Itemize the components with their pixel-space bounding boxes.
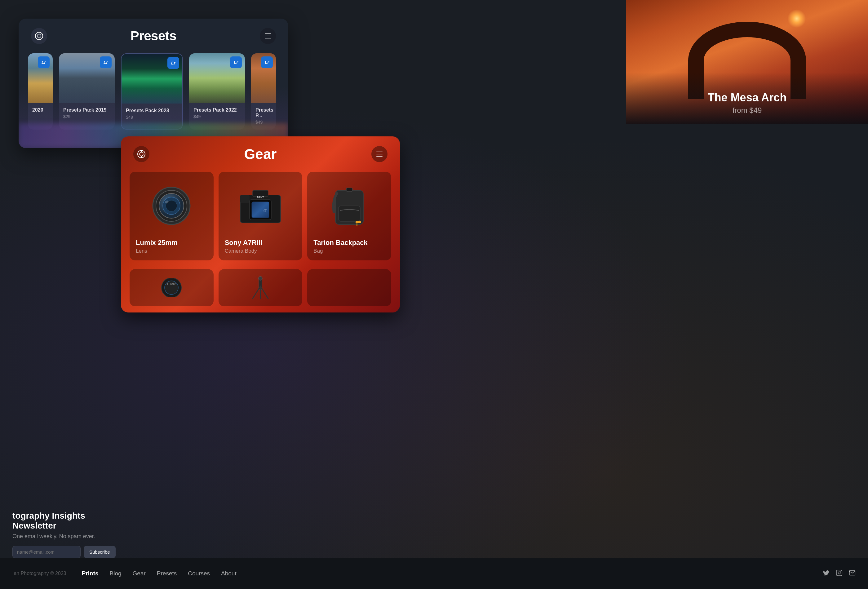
preset-card-price: $49 <box>255 120 272 125</box>
menu-line-1 <box>265 34 271 34</box>
preset-card-image: Lr <box>28 53 53 103</box>
subscribe-button[interactable]: Subscribe <box>84 546 116 558</box>
preset-card-partial-left[interactable]: Lr 2020 <box>28 53 53 130</box>
gear-card-name: Sony A7RIII <box>225 239 296 247</box>
svg-point-39 <box>838 572 840 574</box>
presets-menu-button[interactable] <box>260 28 276 44</box>
preset-card-2022[interactable]: Lr Presets Pack 2022 $49 <box>189 53 245 130</box>
footer-bottom: Ian Photography © 2023 Prints Blog Gear … <box>0 558 868 589</box>
gear-card-lumix[interactable]: Lumix 25mm Lens <box>130 172 214 260</box>
twitter-icon[interactable] <box>823 570 830 578</box>
preset-card-image: Lr <box>59 53 115 103</box>
preset-card-price: $49 <box>126 115 178 120</box>
footer-nav: Prints Blog Gear Presets Courses About <box>82 570 236 577</box>
photo-caption: The Mesa Arch from $49 <box>626 72 868 124</box>
svg-line-34 <box>252 286 260 298</box>
preset-card-partial-right[interactable]: Lr Presets P... $49 <box>251 53 276 130</box>
menu-line-3 <box>376 156 382 156</box>
gear-card-bottom-1[interactable]: LUMIX <box>130 269 214 306</box>
preset-card-image: Lr <box>189 53 245 103</box>
gear-grid: Lumix 25mm Lens SONY <box>121 172 400 269</box>
gear-card-bottom-2[interactable] <box>218 269 303 306</box>
svg-rect-38 <box>836 570 842 575</box>
preset-card-2019[interactable]: Lr Presets Pack 2019 $29 <box>59 53 115 130</box>
menu-line-3 <box>265 38 271 38</box>
gear-card-image: SONY α <box>225 178 296 234</box>
preset-card-2023[interactable]: Lr Presets Pack 2023 $49 <box>121 53 183 130</box>
svg-point-40 <box>840 571 841 572</box>
svg-text:SONY: SONY <box>257 196 264 198</box>
gear-card-bottom-3[interactable] <box>307 269 391 306</box>
menu-line-2 <box>376 154 382 154</box>
preset-card-name: Presets Pack 2019 <box>63 107 110 113</box>
gear-bottom-image <box>225 275 296 300</box>
svg-rect-28 <box>356 221 361 223</box>
footer-nav-prints[interactable]: Prints <box>82 570 99 577</box>
svg-point-1 <box>37 34 41 38</box>
svg-point-37 <box>258 276 262 280</box>
presets-scroll: Lr 2020 Lr Presets Pack 2019 $29 L <box>19 53 288 148</box>
photo-title: The Mesa Arch <box>636 91 859 104</box>
gear-card-image <box>313 178 385 234</box>
gear-header: Gear <box>121 136 400 172</box>
gear-card-tarion[interactable]: Tarion Backpack Bag <box>307 172 391 260</box>
gear-title: Gear <box>244 146 277 162</box>
svg-rect-19 <box>240 195 249 203</box>
gear-bottom-image: LUMIX <box>136 275 207 300</box>
lr-badge: Lr <box>38 56 50 68</box>
gear-card-name: Tarion Backpack <box>313 239 385 247</box>
photo-panel: The Mesa Arch from $49 <box>626 0 868 124</box>
svg-line-35 <box>260 286 268 298</box>
footer-nav-courses[interactable]: Courses <box>188 570 210 577</box>
lr-badge: Lr <box>167 57 179 69</box>
presets-title: Presets <box>130 28 176 43</box>
preset-card-info: Presets Pack 2023 $49 <box>121 103 182 125</box>
gear-panel: Gear <box>121 136 400 313</box>
preset-card-price: $29 <box>63 114 110 119</box>
instagram-icon[interactable] <box>836 570 843 578</box>
preset-card-image: Lr <box>251 53 276 103</box>
gear-card-type: Camera Body <box>225 248 296 254</box>
footer-nav-gear[interactable]: Gear <box>133 570 146 577</box>
svg-text:LUMIX: LUMIX <box>167 283 176 286</box>
svg-rect-27 <box>338 206 360 221</box>
camera-icon: SONY α <box>236 184 285 227</box>
preset-card-info: 2020 <box>28 103 53 119</box>
newsletter-email-input[interactable] <box>12 546 81 558</box>
presets-logo-button[interactable] <box>31 28 47 44</box>
preset-card-info: Presets Pack 2022 $49 <box>189 103 245 124</box>
lr-badge: Lr <box>230 56 242 68</box>
footer-nav-about[interactable]: About <box>221 570 236 577</box>
gear-card-type: Lens <box>136 248 207 254</box>
gear-logo-button[interactable] <box>133 146 149 162</box>
gear-card-sony[interactable]: SONY α Sony A7RIII Camera Body <box>218 172 303 260</box>
lr-badge: Lr <box>261 56 273 68</box>
menu-line-2 <box>265 35 271 36</box>
lr-badge: Lr <box>100 56 112 68</box>
tripod-icon <box>251 275 270 300</box>
email-icon[interactable] <box>849 570 856 578</box>
preset-card-price: $49 <box>193 114 241 119</box>
preset-card-name: 2020 <box>32 107 48 113</box>
svg-rect-29 <box>356 223 357 226</box>
preset-card-info: Presets Pack 2019 $29 <box>59 103 115 124</box>
copyright-text: Ian Photography © 2023 <box>12 571 66 576</box>
gear-menu-button[interactable] <box>371 146 388 162</box>
newsletter-form: Subscribe <box>12 546 102 558</box>
newsletter-subtitle: One email weekly. No spam ever. <box>12 533 102 540</box>
presets-header: Presets <box>19 19 288 53</box>
footer-nav-presets[interactable]: Presets <box>157 570 177 577</box>
gear-card-image <box>136 178 207 234</box>
newsletter-section: tography Insights Newsletter One email w… <box>0 505 115 564</box>
footer-social-icons <box>823 570 856 578</box>
gear-card-name: Lumix 25mm <box>136 239 207 247</box>
backpack-icon <box>329 181 369 231</box>
preset-card-name: Presets Pack 2022 <box>193 107 241 113</box>
footer-nav-blog[interactable]: Blog <box>110 570 121 577</box>
newsletter-title-text: tography Insights Newsletter <box>12 511 85 530</box>
preset-card-info: Presets P... $49 <box>251 103 276 130</box>
lens-small-icon: LUMIX <box>159 278 184 297</box>
preset-card-name: Presets Pack 2023 <box>126 108 178 114</box>
svg-rect-26 <box>346 188 353 192</box>
photo-price: from $49 <box>636 106 859 115</box>
